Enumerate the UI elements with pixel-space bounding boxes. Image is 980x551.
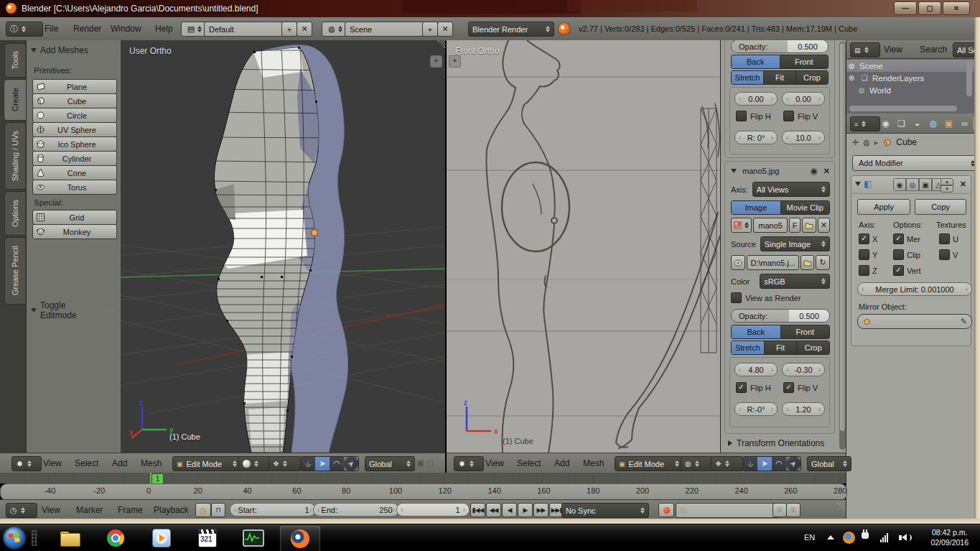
shading-dropdown[interactable] bbox=[238, 456, 271, 471]
size-field[interactable]: ‹1.20› bbox=[782, 402, 825, 416]
outliner-item-renderlayers[interactable]: ⊕ ❏ RenderLayers bbox=[846, 72, 975, 84]
flip-h-checkbox[interactable]: ✓ Flip H bbox=[736, 382, 771, 393]
crop-toggle[interactable]: Crop bbox=[797, 341, 829, 354]
fit-toggle[interactable]: Fit bbox=[765, 341, 798, 354]
taskbar-media-player[interactable] bbox=[142, 526, 181, 550]
editor-type-dropdown[interactable]: ◷ bbox=[6, 503, 37, 518]
tab-tools[interactable]: Tools bbox=[4, 43, 25, 78]
add-ico-sphere-button[interactable]: Ico Sphere bbox=[32, 136, 117, 152]
menu-select[interactable]: Select bbox=[75, 458, 98, 468]
mode-dropdown[interactable]: ▣ Edit Mode bbox=[172, 456, 241, 471]
mirror-y-checkbox[interactable]: Y bbox=[859, 249, 877, 260]
editor-type-dropdown[interactable]: ⓘ bbox=[6, 22, 43, 37]
file-icon-button[interactable] bbox=[731, 255, 745, 270]
image-datablock-icon-button[interactable] bbox=[731, 218, 752, 233]
editor-type-dropdown[interactable] bbox=[454, 456, 484, 471]
insert-keyframe-button[interactable]: ⚿ bbox=[773, 503, 787, 517]
eyedropper-icon[interactable]: ✎ bbox=[961, 317, 967, 326]
manipulator-axis-icon[interactable] bbox=[743, 457, 757, 471]
remove-image-icon[interactable]: ✕ bbox=[823, 167, 830, 176]
clipping-checkbox[interactable]: Clip bbox=[893, 249, 920, 260]
taskbar-blender-active[interactable] bbox=[280, 526, 320, 551]
region-expand-plus-icon[interactable]: + bbox=[430, 55, 442, 68]
tab-create[interactable]: Create bbox=[4, 79, 26, 121]
area-corner-grip[interactable] bbox=[836, 502, 844, 511]
axis-dropdown[interactable]: All Views bbox=[752, 182, 830, 197]
render-engine-dropdown[interactable]: Blender Render bbox=[468, 22, 554, 37]
expand-plus-icon[interactable]: ⊕ bbox=[846, 74, 857, 82]
back-toggle[interactable]: Back bbox=[732, 325, 781, 338]
system-clock[interactable]: 08:42 p.m. 02/09/2016 bbox=[930, 527, 969, 547]
lock-time-button[interactable]: ⊓ bbox=[211, 503, 225, 517]
restore-button[interactable]: ▢ bbox=[918, 1, 941, 15]
region-expand-plus-icon[interactable]: + bbox=[449, 55, 461, 68]
minimize-button[interactable]: — bbox=[894, 1, 917, 15]
editor-type-dropdown[interactable]: ≡ bbox=[850, 116, 880, 131]
size-field[interactable]: ‹10.0› bbox=[782, 131, 825, 144]
next-keyframe-button[interactable]: ▶▶ bbox=[533, 503, 549, 517]
orientation-dropdown[interactable]: Global bbox=[365, 456, 415, 471]
open-image-button[interactable] bbox=[802, 218, 816, 233]
offset-y-field[interactable]: ‹0.00› bbox=[782, 92, 825, 106]
timeline-menu-view[interactable]: View bbox=[42, 505, 60, 515]
unlink-image-button[interactable]: ✕ bbox=[818, 218, 830, 233]
keying-set-field[interactable]: ⚿ bbox=[676, 503, 779, 518]
merge-checkbox[interactable]: ✓Mer bbox=[893, 233, 920, 244]
current-frame-marker[interactable]: 1 bbox=[151, 473, 164, 483]
delete-scene-button[interactable]: ✕ bbox=[437, 22, 453, 37]
menu-render[interactable]: Render bbox=[70, 24, 104, 34]
tab-render-layers[interactable]: ❏ bbox=[894, 116, 909, 131]
add-monkey-button[interactable]: Monkey bbox=[32, 224, 117, 239]
tab-render[interactable]: ◉ bbox=[878, 116, 893, 131]
mode-dropdown[interactable]: ▣ Edit Mode bbox=[615, 456, 683, 471]
play-reverse-button[interactable]: ◀ bbox=[502, 503, 517, 517]
sync-dropdown[interactable]: No Sync bbox=[561, 503, 649, 518]
color-space-dropdown[interactable]: sRGB bbox=[760, 274, 830, 289]
add-circle-button[interactable]: Circle bbox=[32, 108, 117, 123]
timeline-menu-marker[interactable]: Marker bbox=[76, 505, 103, 515]
fake-user-button[interactable]: F bbox=[789, 218, 801, 233]
render-visibility-icon[interactable]: ◉ bbox=[893, 178, 906, 191]
flip-h-checkbox[interactable]: Flip H bbox=[736, 111, 771, 121]
vertex-groups-checkbox[interactable]: ✓Vert bbox=[893, 265, 921, 276]
tray-expand-arrow[interactable] bbox=[827, 535, 834, 540]
manipulator-axis-icon[interactable] bbox=[301, 457, 315, 471]
viewport-front-ortho[interactable]: Front Ortho + z x (1) Cube bbox=[447, 40, 720, 453]
add-plane-button[interactable]: Plane bbox=[32, 79, 117, 94]
front-toggle[interactable]: Front bbox=[780, 55, 829, 68]
power-plug-icon[interactable] bbox=[862, 532, 869, 539]
tab-shading-uvs[interactable]: Shading / UVs bbox=[4, 122, 25, 190]
close-button[interactable]: ✕ bbox=[943, 1, 970, 15]
preview-range-clock-button[interactable]: ◷ bbox=[195, 503, 211, 517]
timeline-menu-frame[interactable]: Frame bbox=[118, 505, 143, 515]
flip-v-checkbox[interactable]: ✓ Flip V bbox=[783, 382, 818, 393]
move-modifier-down-button[interactable]: ▼ bbox=[941, 185, 953, 193]
add-modifier-dropdown[interactable]: Add Modifier bbox=[852, 155, 975, 171]
add-cube-button[interactable]: Cube bbox=[32, 93, 117, 108]
merge-limit-field[interactable]: ‹Merge Limit: 0.001000› bbox=[857, 282, 972, 296]
editor-type-dropdown[interactable]: ▤ bbox=[850, 42, 880, 57]
menu-select[interactable]: Select bbox=[517, 458, 541, 468]
collapse-triangle-icon[interactable] bbox=[731, 169, 737, 173]
flip-v-checkbox[interactable]: Flip V bbox=[783, 111, 818, 121]
menu-view[interactable]: View bbox=[485, 458, 504, 468]
pivot-dropdown[interactable]: ❖ bbox=[711, 456, 744, 471]
pivot-dropdown[interactable]: ❖ bbox=[269, 456, 302, 471]
image-path-field[interactable]: D:\mano5.j... bbox=[747, 255, 798, 270]
crop-toggle[interactable]: Crop bbox=[796, 71, 828, 84]
tab-world[interactable]: ◍ bbox=[925, 116, 941, 131]
volume-icon[interactable] bbox=[899, 534, 912, 541]
offset-x-field[interactable]: ‹4.80› bbox=[734, 363, 778, 376]
tab-scene[interactable]: ◒ bbox=[910, 116, 925, 131]
texture-u-checkbox[interactable]: U bbox=[939, 233, 958, 244]
network-signal-icon[interactable] bbox=[880, 533, 888, 542]
movie-clip-tab[interactable]: Movie Clip bbox=[781, 201, 830, 214]
editmode-display-icon[interactable]: ▣ bbox=[919, 178, 932, 191]
horizontal-scrollbar[interactable] bbox=[849, 106, 957, 111]
transform-orientations-panel-header[interactable]: Transform Orientations :::: bbox=[728, 438, 838, 448]
current-frame-field[interactable]: ‹1› bbox=[396, 503, 470, 517]
outliner-menu-search[interactable]: Search bbox=[917, 45, 950, 55]
image-name-field[interactable]: mano5 bbox=[753, 218, 788, 233]
snap-icons[interactable]: ▣ ▢ bbox=[416, 458, 434, 468]
taskbar-explorer[interactable] bbox=[50, 526, 89, 550]
